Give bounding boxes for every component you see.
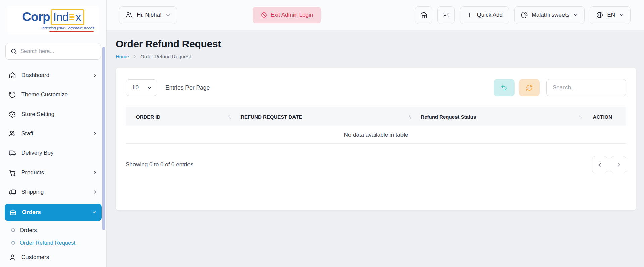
search-icon — [10, 48, 17, 55]
table-footer: Showing 0 to 0 of 0 entries — [126, 156, 626, 173]
topbar-right-group: Quick Add Malathi sweets EN — [415, 6, 631, 24]
shipping-truck-icon — [9, 188, 16, 196]
gear-play-icon — [9, 110, 16, 118]
empty-message: No data available in table — [126, 126, 626, 144]
store-selector[interactable]: Malathi sweets — [514, 6, 585, 24]
briefcase-icon — [9, 209, 17, 216]
table-controls: 10 Entries Per Page — [126, 79, 626, 96]
sidebar-subitem-label: Orders — [20, 227, 37, 233]
sidebar-item-theme-customize[interactable]: Theme Customize — [5, 87, 102, 102]
chevron-left-icon — [597, 162, 603, 168]
store-home-button[interactable] — [415, 6, 432, 24]
entries-per-page-select[interactable]: 10 — [126, 79, 157, 96]
sidebar-scrollbar[interactable] — [102, 47, 105, 230]
sidebar-item-store-setting[interactable]: Store Setting — [5, 106, 102, 122]
logo-wordmark: Corp Ind x — [12, 9, 94, 25]
entries-per-page-value: 10 — [132, 84, 139, 91]
sidebar-item-staff[interactable]: Staff — [5, 126, 102, 141]
prev-page-button[interactable] — [592, 156, 607, 173]
language-code: EN — [607, 12, 615, 18]
sidebar-item-label: Store Setting — [21, 111, 98, 118]
logo-text-x: x — [75, 10, 82, 24]
sidebar-subitem-orders[interactable]: Orders — [5, 224, 102, 236]
pos-card-button[interactable] — [437, 6, 455, 24]
sidebar-item-orders[interactable]: Orders — [5, 204, 102, 221]
topbar: Hi, Nibha! Exit Admin Login Quick Add — [107, 0, 644, 30]
sidebar-menu: Dashboard Theme Customize Store Setting … — [0, 60, 106, 265]
next-page-button[interactable] — [611, 156, 626, 173]
chevron-right-icon — [92, 131, 98, 136]
payment-card-icon — [442, 11, 450, 19]
greeting-text: Hi, Nibha! — [137, 12, 162, 18]
logo-tagline-underline — [49, 31, 94, 32]
plus-icon — [466, 12, 473, 18]
sidebar-search — [5, 43, 101, 60]
refund-request-table: ORDER ID REFUND REQUEST DATE Refund Requ… — [126, 107, 626, 144]
showing-entries-text: Showing 0 to 0 of 0 entries — [126, 161, 193, 168]
sidebar-item-products[interactable]: Products — [5, 165, 102, 180]
sort-icon — [227, 114, 232, 120]
breadcrumb: Home Order Refund Request — [116, 54, 636, 59]
column-header-action: ACTION — [586, 107, 626, 126]
store-name: Malathi sweets — [532, 12, 569, 18]
page-title: Order Refund Request — [116, 38, 636, 50]
sidebar-item-label: Dashboard — [21, 72, 87, 79]
chevron-right-icon — [92, 189, 98, 195]
undo-button[interactable] — [494, 79, 515, 96]
entries-per-page-label: Entries Per Page — [165, 84, 210, 91]
sidebar-subitem-label: Order Refund Request — [20, 240, 75, 246]
users-icon — [125, 11, 133, 19]
refresh-icon — [526, 84, 533, 91]
palette-icon — [521, 11, 528, 19]
language-selector[interactable]: EN — [590, 6, 631, 24]
sidebar-item-label: Orders — [22, 209, 86, 216]
chevron-down-icon — [92, 210, 97, 215]
shopping-cart-icon — [9, 169, 16, 176]
sort-icon — [578, 114, 583, 120]
chevron-right-icon — [132, 54, 137, 59]
globe-icon — [596, 11, 603, 19]
chevron-down-icon — [147, 85, 152, 91]
users-icon — [9, 130, 16, 137]
logo-frame: Ind x — [51, 9, 84, 25]
circle-icon — [11, 241, 15, 245]
sidebar-item-delivery-boy[interactable]: Delivery Boy — [5, 145, 102, 161]
logo-e-glyph — [69, 14, 74, 20]
home-icon — [9, 72, 16, 79]
app-root: Corp Ind x Indexing your Corporate needs… — [0, 0, 644, 267]
refund-request-panel: 10 Entries Per Page — [116, 68, 636, 210]
chevron-down-icon — [165, 12, 171, 18]
sidebar-search-input[interactable] — [20, 48, 96, 54]
column-header-order-id[interactable]: ORDER ID — [126, 107, 236, 126]
sidebar-item-shipping[interactable]: Shipping — [5, 184, 102, 200]
sidebar-item-label: Staff — [21, 130, 87, 137]
store-icon — [420, 11, 428, 19]
sort-icon — [407, 114, 413, 120]
exit-admin-login-button[interactable]: Exit Admin Login — [253, 7, 321, 23]
rotate-ccw-icon — [9, 91, 16, 98]
sidebar-item-dashboard[interactable]: Dashboard — [5, 67, 102, 83]
refresh-button[interactable] — [519, 79, 540, 96]
column-header-refund-request-date[interactable]: REFUND REQUEST DATE — [236, 107, 416, 126]
logo-text-corp: Corp — [22, 10, 50, 24]
sidebar-item-label: Theme Customize — [21, 91, 98, 98]
quick-add-label: Quick Add — [477, 12, 503, 18]
table-header-row: ORDER ID REFUND REQUEST DATE Refund Requ… — [126, 107, 626, 126]
sidebar-subitem-order-refund-request[interactable]: Order Refund Request — [5, 236, 102, 249]
truck-icon — [9, 149, 16, 157]
sidebar-item-label: Customers — [21, 254, 98, 261]
brand-logo[interactable]: Corp Ind x Indexing your Corporate needs — [7, 6, 99, 34]
table-search-input[interactable] — [546, 79, 626, 96]
quick-add-button[interactable]: Quick Add — [460, 6, 509, 24]
empty-row: No data available in table — [126, 126, 626, 144]
sidebar-item-customers[interactable]: Customers — [5, 249, 102, 265]
column-header-refund-request-status[interactable]: Refund Request Status — [416, 107, 586, 126]
pagination — [592, 156, 626, 173]
main-area: Hi, Nibha! Exit Admin Login Quick Add — [107, 0, 644, 267]
breadcrumb-home-link[interactable]: Home — [116, 54, 129, 59]
chevron-down-icon — [619, 12, 624, 18]
content-area: Order Refund Request Home Order Refund R… — [107, 30, 644, 267]
sidebar: Corp Ind x Indexing your Corporate needs… — [0, 0, 107, 267]
chevron-right-icon — [92, 170, 98, 175]
user-menu-button[interactable]: Hi, Nibha! — [119, 6, 177, 24]
